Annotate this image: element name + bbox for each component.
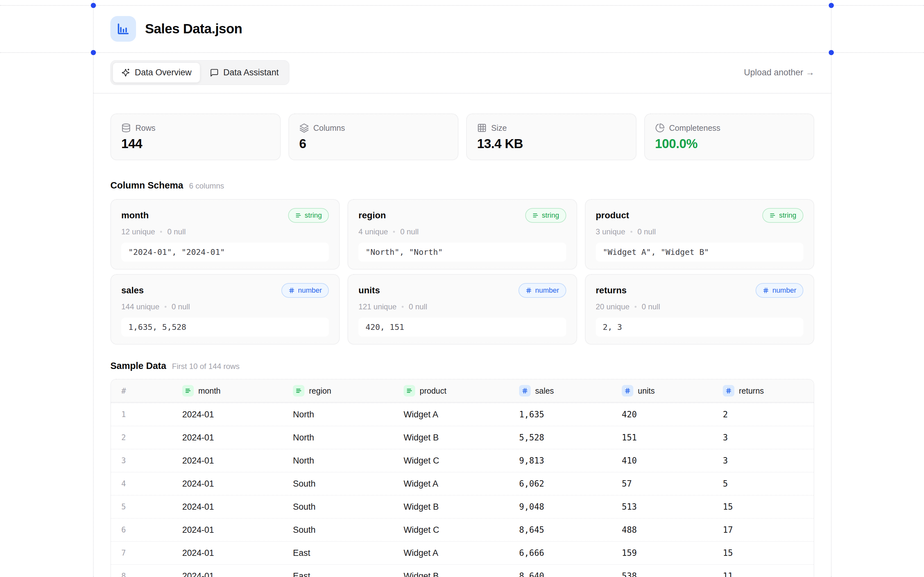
column-name: product xyxy=(596,210,629,221)
type-badge-number: number xyxy=(519,283,566,298)
stat-card-completeness: Completeness 100.0% xyxy=(644,113,814,160)
stat-value: 100.0% xyxy=(655,137,804,151)
layers-icon xyxy=(299,123,309,133)
table-row: 3 2024-01 North Widget C 9,813 410 3 xyxy=(111,449,814,472)
tab-data-overview[interactable]: Data Overview xyxy=(113,63,200,83)
schema-card-region: region string 4 unique0 null "North", "N… xyxy=(347,199,577,269)
column-sample-values: 420, 151 xyxy=(359,318,566,337)
type-badge-number: number xyxy=(281,283,329,298)
schema-grid: month string 12 unique0 null "2024-01", … xyxy=(110,199,814,345)
table-row: 4 2024-01 South Widget A 6,062 57 5 xyxy=(111,472,814,495)
section-subtitle: First 10 of 144 rows xyxy=(172,362,240,371)
stat-label: Completeness xyxy=(669,123,720,133)
tab-group: Data Overview Data Assistant xyxy=(110,60,289,85)
table-row: 8 2024-01 East Widget B 8,640 538 11 xyxy=(111,564,814,577)
number-type-icon xyxy=(519,385,531,396)
stat-label: Size xyxy=(491,123,507,133)
grid-icon xyxy=(477,123,487,133)
header-sales: sales xyxy=(509,385,612,396)
stat-label: Columns xyxy=(313,123,345,133)
column-meta: 12 unique0 null xyxy=(121,227,329,236)
column-name: sales xyxy=(121,285,144,295)
dot-separator xyxy=(160,231,162,233)
chat-bubble-icon xyxy=(210,68,219,77)
header-index: # xyxy=(111,386,172,396)
header-returns: returns xyxy=(712,385,814,396)
bar-chart-icon xyxy=(110,16,136,42)
table-row: 1 2024-01 North Widget A 1,635 420 2 xyxy=(111,403,814,426)
number-type-icon xyxy=(723,385,734,396)
schema-card-product: product string 3 unique0 null "Widget A"… xyxy=(585,199,814,269)
dot-separator xyxy=(635,306,636,308)
stats-row: Rows 144 Columns 6 Size xyxy=(110,113,814,160)
section-title: Column Schema xyxy=(110,180,183,191)
frame-handle-top-left xyxy=(91,3,96,8)
main-content: Rows 144 Columns 6 Size xyxy=(93,113,832,577)
tab-data-assistant[interactable]: Data Assistant xyxy=(202,63,287,82)
hash-icon xyxy=(288,287,295,293)
header-region: region xyxy=(283,385,393,396)
column-sample-values: "North", "North" xyxy=(359,243,566,261)
frame-handle-top-right xyxy=(829,3,834,8)
stat-card-size: Size 13.4 KB xyxy=(466,113,636,160)
pie-chart-icon xyxy=(655,123,665,133)
stat-label: Rows xyxy=(136,123,156,133)
sample-data-table: # month region product sales xyxy=(110,379,814,577)
header-units: units xyxy=(612,385,712,396)
schema-card-sales: sales number 144 unique0 null 1,635, 5,5… xyxy=(110,274,340,345)
hash-icon xyxy=(762,287,769,293)
section-subtitle: 6 columns xyxy=(189,181,224,190)
column-meta: 121 unique0 null xyxy=(359,302,566,311)
string-type-icon xyxy=(404,385,415,396)
tab-label: Data Assistant xyxy=(223,68,279,77)
section-title: Sample Data xyxy=(110,361,166,371)
schema-card-units: units number 121 unique0 null 420, 151 xyxy=(347,274,577,345)
column-schema-heading: Column Schema 6 columns xyxy=(110,180,814,191)
database-icon xyxy=(121,123,131,133)
dot-separator xyxy=(402,306,404,308)
tabs-row: Data Overview Data Assistant Upload anot… xyxy=(93,52,832,93)
table-row: 5 2024-01 South Widget B 9,048 513 15 xyxy=(111,495,814,518)
type-badge-string: string xyxy=(762,208,803,223)
sparkles-icon xyxy=(121,68,130,77)
stat-card-columns: Columns 6 xyxy=(288,113,459,160)
column-sample-values: "2024-01", "2024-01" xyxy=(121,243,329,261)
column-meta: 20 unique0 null xyxy=(596,302,803,311)
column-meta: 3 unique0 null xyxy=(596,227,803,236)
table-row: 6 2024-01 South Widget C 8,645 488 17 xyxy=(111,518,814,541)
text-lines-icon xyxy=(769,212,776,219)
column-sample-values: "Widget A", "Widget B" xyxy=(596,243,803,261)
column-name: region xyxy=(359,210,386,221)
text-lines-icon xyxy=(295,212,302,219)
string-type-icon xyxy=(293,385,304,396)
upload-another-link[interactable]: Upload another → xyxy=(744,68,814,77)
hash-icon xyxy=(525,287,532,293)
number-type-icon xyxy=(622,385,633,396)
data-viewer-panel: Sales Data.json Data Overview Data Assis… xyxy=(93,5,832,577)
header-product: product xyxy=(393,385,509,396)
stat-value: 13.4 KB xyxy=(477,137,626,151)
string-type-icon xyxy=(182,385,194,396)
schema-card-month: month string 12 unique0 null "2024-01", … xyxy=(110,199,340,269)
column-sample-values: 1,635, 5,528 xyxy=(121,318,329,337)
type-badge-string: string xyxy=(288,208,329,223)
dot-separator xyxy=(165,306,166,308)
frame-handle-bottom-left xyxy=(91,50,96,55)
schema-card-returns: returns number 20 unique0 null 2, 3 xyxy=(585,274,814,345)
text-lines-icon xyxy=(532,212,539,219)
table-row: 7 2024-01 East Widget A 6,666 159 15 xyxy=(111,541,814,564)
column-meta: 144 unique0 null xyxy=(121,302,329,311)
column-name: returns xyxy=(596,285,627,295)
column-meta: 4 unique0 null xyxy=(359,227,566,236)
dot-separator xyxy=(393,231,395,233)
dot-separator xyxy=(630,231,632,233)
frame-handle-bottom-right xyxy=(829,50,834,55)
stat-value: 144 xyxy=(121,137,270,151)
type-badge-number: number xyxy=(756,283,803,298)
column-name: units xyxy=(359,285,380,295)
stat-card-rows: Rows 144 xyxy=(110,113,281,160)
file-header: Sales Data.json xyxy=(93,5,832,52)
tab-label: Data Overview xyxy=(135,68,192,77)
table-row: 2 2024-01 North Widget B 5,528 151 3 xyxy=(111,426,814,449)
stat-value: 6 xyxy=(299,137,448,151)
